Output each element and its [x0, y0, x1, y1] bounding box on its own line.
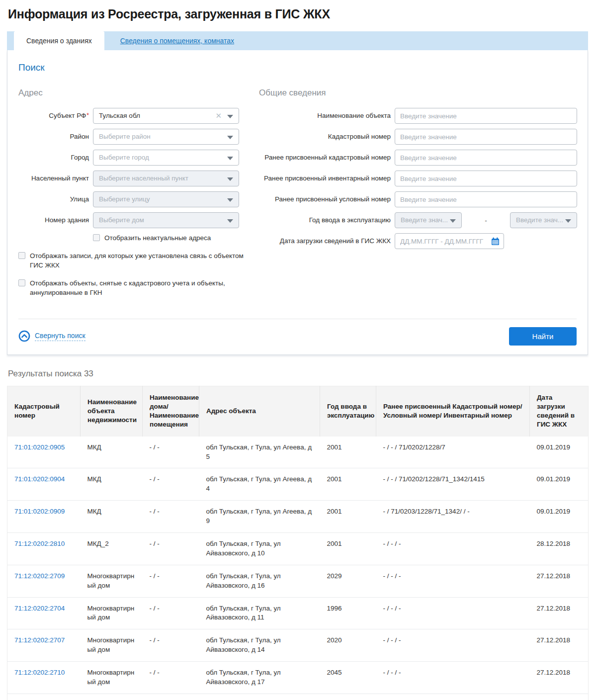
checkbox-row-linked-objects: Отображать записи, для которых уже устан… [18, 251, 259, 270]
address-field-row: Населенный пункт Выберите населенный пун… [18, 171, 259, 186]
cell-object-address: обл Тульская, г Тула, ул Айвазовского, д… [199, 533, 320, 565]
cell-house-name: - / - [143, 694, 199, 700]
cell-previous-numbers: - / - / - [376, 565, 530, 597]
calendar-icon[interactable] [491, 237, 500, 246]
results-title: Результаты поиска 33 [8, 369, 588, 379]
cell-commissioning-year: 2001 [320, 501, 376, 533]
collapse-search-link[interactable]: Свернуть поиск [18, 330, 85, 342]
clear-icon[interactable]: ✕ [215, 108, 222, 123]
cell-object-name: МКД [81, 501, 143, 533]
cell-commissioning-year: 2001 [320, 437, 376, 468]
cadastral-number-link[interactable]: 71:01:0202:0909 [14, 508, 65, 515]
column-header: Наименование объекта недвижимости [81, 386, 143, 436]
general-field-row: Ранее присвоенный кадастровый номер [259, 150, 577, 166]
table-row: 71:01:0202:0904 МКД - / - обл Тульская, … [7, 468, 589, 501]
cell-object-name: МКД [81, 468, 143, 501]
chevron-down-icon [227, 136, 233, 139]
field-label: Субъект РФ* [18, 112, 93, 120]
cell-commissioning-year: 1600 [320, 694, 376, 700]
cadastral-number-link[interactable]: 71:12:0202:2709 [14, 572, 65, 580]
text-input[interactable] [395, 129, 577, 145]
cell-previous-numbers: - / - / - [376, 694, 530, 700]
cell-commissioning-year: 2020 [320, 629, 376, 662]
page-title: Информация из Росреестра, загруженная в … [8, 7, 588, 21]
cell-object-name: Многоквартирный дом [81, 662, 143, 694]
tab-buildings[interactable]: Сведения о зданиях [14, 31, 104, 50]
cell-object-address: обл Тульская, г Тула, ул Айвазовского, д… [199, 629, 320, 662]
cadastral-number-link[interactable]: 71:12:0202:2810 [14, 540, 65, 547]
checkbox-removed-objects[interactable] [18, 279, 25, 286]
table-row: 71:12:0202:2810 МКД_2 - / - обл Тульская… [7, 533, 589, 565]
year-to-select[interactable]: Введите знач... [510, 212, 577, 228]
select-control[interactable]: Выберите город [93, 150, 239, 166]
select-text: Выберите город [99, 154, 149, 161]
cell-house-name: - / - [143, 468, 199, 501]
table-row: 71:12:0202:2707 Многоквартирный дом - / … [7, 629, 589, 662]
cell-house-name: - / - [143, 501, 199, 533]
select-control[interactable]: Тульская обл ✕ [93, 108, 239, 124]
field-label: Кадастровый номер [259, 133, 395, 141]
text-input[interactable] [395, 108, 577, 124]
cell-cadastral-number: 71:01:0202:0905 [7, 437, 81, 468]
checkbox-label: Отображать объекты, снятые с кадастровог… [30, 278, 249, 298]
cell-previous-numbers: - / 71/0203/1228/71_1342/ / - [376, 501, 530, 533]
checkbox-row-inactive-addresses: Отобразить неактуальные адреса [93, 233, 259, 243]
cell-object-name: Многоквартирный дом [81, 597, 143, 629]
table-row: 71:12:0202:2710 Многоквартирный дом - / … [7, 662, 589, 694]
year-from-select[interactable]: Введите знач... [395, 212, 462, 228]
address-field-row: Субъект РФ* Тульская обл ✕ [18, 108, 259, 124]
text-input[interactable] [395, 191, 577, 207]
cadastral-number-link[interactable]: 71:12:0202:2704 [14, 605, 65, 612]
chevron-down-icon [227, 177, 233, 181]
select-control[interactable]: Выберите дом [93, 212, 239, 228]
cell-load-date: 27.12.2018 [530, 629, 589, 662]
cell-house-name: - / - [143, 629, 199, 662]
select-text: Выберите район [99, 133, 151, 140]
date-range-input[interactable] [400, 238, 491, 245]
cell-object-name: Многоквартирный дом [81, 629, 143, 662]
select-control[interactable]: Выберите район [93, 129, 239, 145]
cadastral-number-link[interactable]: 71:12:0202:2710 [14, 669, 65, 676]
table-row: 71:01:0202:0905 МКД - / - обл Тульская, … [7, 437, 589, 468]
cell-object-name: МКД [81, 437, 143, 468]
year-range-row: Год ввода в эксплуатацию Введите знач...… [259, 212, 577, 228]
cell-load-date: 09.01.2019 [530, 468, 589, 501]
address-field-row: Город Выберите город [18, 150, 259, 166]
cell-previous-numbers: - / - / - [376, 533, 530, 565]
cell-load-date: 27.12.2018 [530, 694, 589, 700]
find-button[interactable]: Найти [509, 327, 577, 346]
cadastral-number-link[interactable]: 71:12:0202:2707 [14, 636, 65, 644]
field-label: Номер здания [18, 216, 93, 225]
cell-commissioning-year: 2001 [320, 533, 376, 565]
cell-house-name: - / - [143, 597, 199, 629]
field-label: Населенный пункт [18, 175, 93, 183]
address-field-row: Район Выберите район [18, 129, 259, 145]
column-header: Ранее присвоенный Кадастровый номер/ Усл… [376, 386, 530, 436]
cell-cadastral-number: 71:12:0202:2704 [7, 597, 81, 629]
cell-object-address: обл Тульская, г Тула, ул Айвазовского, д… [199, 662, 320, 694]
table-row: 71:12:0202:2702 Многоквартирный дом - / … [7, 694, 589, 700]
cell-load-date: 27.12.2018 [530, 662, 589, 694]
text-input[interactable] [395, 150, 577, 166]
chevron-down-icon [227, 198, 233, 202]
tab-premises[interactable]: Сведения о помещениях, комнатах [120, 37, 234, 45]
cell-commissioning-year: 2001 [320, 468, 376, 501]
cadastral-number-link[interactable]: 71:01:0202:0904 [14, 475, 65, 483]
year-range-separator: - [485, 217, 487, 224]
table-header-row: Кадастровый номерНаименование объекта не… [7, 386, 589, 436]
field-label: Ранее присвоенный условный номер [259, 195, 395, 204]
cell-object-name: МКД_2 [81, 533, 143, 565]
cell-object-address: обл Тульская, г Тула, ул Агеева, д 4 [199, 468, 320, 501]
checkbox-linked-objects[interactable] [18, 252, 25, 259]
checkbox-inactive-addresses[interactable] [93, 234, 100, 241]
column-header: Наименование дома/ Наименование помещени… [143, 386, 199, 436]
chevron-down-icon [227, 219, 233, 223]
text-input[interactable] [395, 171, 577, 186]
chevron-up-circle-icon [18, 330, 30, 342]
cadastral-number-link[interactable]: 71:01:0202:0905 [14, 443, 65, 451]
cell-load-date: 27.12.2018 [530, 565, 589, 597]
select-control[interactable]: Выберите улицу [93, 191, 239, 207]
cell-house-name: - / - [143, 565, 199, 597]
general-field-row: Кадастровый номер [259, 129, 577, 145]
select-control[interactable]: Выберите населенный пункт [93, 171, 239, 186]
